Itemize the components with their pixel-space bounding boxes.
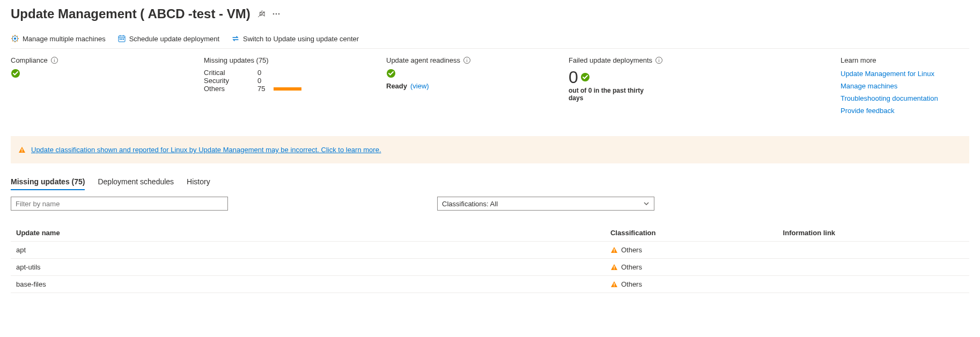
learn-link[interactable]: Update Management for Linux	[841, 70, 934, 78]
failed-value: 0	[569, 69, 578, 86]
warning-icon	[610, 246, 618, 254]
info-icon[interactable]: i	[463, 57, 470, 64]
svg-rect-25	[21, 151, 22, 152]
warning-icon	[610, 281, 618, 288]
banner-link[interactable]: Update classification shown and reported…	[31, 146, 381, 154]
missing-row-label: Security	[204, 77, 257, 85]
check-circle-icon	[580, 72, 590, 82]
switch-update-center-button[interactable]: Switch to Update using update center	[231, 34, 359, 43]
compliance-card: Compliance i	[11, 56, 182, 80]
svg-point-1	[272, 13, 274, 15]
summary-row: Compliance i Missing updates (75) Critic…	[11, 49, 969, 132]
classification-text: Others	[621, 280, 642, 288]
failed-subtext: out of 0 in the past thirty days	[569, 87, 654, 102]
svg-point-3	[278, 13, 279, 15]
check-circle-icon	[11, 69, 20, 78]
cell-info-link	[778, 276, 969, 293]
check-circle-icon	[386, 69, 396, 78]
missing-row-others: Others 75	[204, 85, 365, 93]
tabs: Missing updates (75) Deployment schedule…	[11, 174, 969, 190]
missing-row-bar	[274, 87, 301, 91]
learn-link[interactable]: Manage machines	[841, 82, 897, 90]
info-icon[interactable]: i	[51, 57, 58, 64]
svg-rect-27	[614, 251, 614, 252]
calendar-icon	[117, 34, 126, 43]
svg-line-12	[12, 41, 13, 42]
svg-rect-26	[614, 249, 614, 251]
classifications-label: Classifications: All	[442, 200, 498, 208]
col-classification[interactable]: Classification	[605, 224, 778, 242]
schedule-deployment-button[interactable]: Schedule update deployment	[117, 34, 219, 43]
svg-rect-28	[614, 266, 614, 268]
svg-line-11	[17, 41, 18, 42]
missing-row-value: 75	[257, 85, 274, 93]
svg-rect-24	[21, 148, 22, 151]
manage-multiple-label: Manage multiple machines	[23, 35, 106, 43]
missing-row-label: Critical	[204, 69, 257, 77]
classification-text: Others	[621, 263, 642, 271]
learn-link[interactable]: Troubleshooting documentation	[841, 94, 938, 102]
svg-point-2	[275, 13, 277, 15]
missing-row-critical: Critical 0	[204, 69, 365, 77]
info-icon[interactable]: i	[655, 57, 662, 64]
cell-update-name: base-files	[11, 276, 605, 293]
table-row[interactable]: apt-utils Others	[11, 259, 969, 276]
filter-row: Classifications: All	[11, 197, 969, 211]
gear-icon	[11, 34, 19, 43]
vm-id: ABCD	[148, 6, 185, 21]
tab-deployment-schedules[interactable]: Deployment schedules	[98, 174, 174, 190]
missing-row-label: Others	[204, 85, 257, 93]
readiness-view-link[interactable]: (view)	[410, 82, 429, 90]
table-row[interactable]: apt Others	[11, 242, 969, 259]
pin-icon[interactable]	[257, 10, 266, 18]
svg-rect-31	[614, 286, 614, 286]
cell-update-name: apt	[11, 242, 605, 259]
warning-icon	[18, 146, 26, 154]
updates-table: Update name Classification Information l…	[11, 224, 969, 293]
missing-updates-card: Missing updates (75) Critical 0 Security…	[204, 56, 365, 93]
classifications-select[interactable]: Classifications: All	[437, 197, 654, 211]
chevron-down-icon	[643, 200, 650, 207]
tab-history[interactable]: History	[187, 174, 210, 190]
filter-name-input[interactable]	[11, 197, 228, 211]
readiness-card: Update agent readiness i Ready (view)	[386, 56, 547, 90]
warning-icon	[610, 264, 618, 271]
failed-card: Failed update deployments i 0 out of 0 i…	[569, 56, 730, 102]
svg-point-5	[14, 38, 16, 40]
cell-info-link	[778, 259, 969, 276]
title-row: Update Management ( ABCD -test - VM)	[11, 6, 969, 21]
svg-line-13	[17, 36, 18, 37]
missing-updates-label: Missing updates (75)	[204, 56, 269, 64]
svg-rect-18	[120, 39, 121, 40]
table-header-row: Update name Classification Information l…	[11, 224, 969, 242]
svg-line-0	[258, 16, 260, 17]
swap-icon	[231, 34, 240, 43]
svg-line-10	[12, 36, 13, 37]
learn-link[interactable]: Provide feedback	[841, 107, 894, 115]
col-info-link[interactable]: Information link	[778, 224, 969, 242]
tab-missing-updates[interactable]: Missing updates (75)	[11, 174, 85, 190]
cell-classification: Others	[610, 246, 772, 254]
compliance-label: Compliance	[11, 56, 48, 64]
manage-multiple-button[interactable]: Manage multiple machines	[11, 34, 106, 43]
more-icon[interactable]	[272, 10, 281, 18]
classification-text: Others	[621, 246, 642, 254]
table-row[interactable]: base-files Others	[11, 276, 969, 293]
learn-more-card: Learn more Update Management for Linux M…	[841, 56, 969, 119]
schedule-deployment-label: Schedule update deployment	[129, 35, 219, 43]
col-update-name[interactable]: Update name	[11, 224, 605, 242]
missing-row-value: 0	[257, 77, 274, 85]
missing-updates-table: Critical 0 Security 0 Others 75	[204, 69, 365, 93]
toolbar: Manage multiple machines Schedule update…	[11, 32, 969, 49]
cell-info-link	[778, 242, 969, 259]
page-title: Update Management ( ABCD -test - VM)	[11, 6, 250, 21]
svg-rect-20	[123, 39, 124, 40]
readiness-label: Update agent readiness	[386, 56, 460, 64]
cell-update-name: apt-utils	[11, 259, 605, 276]
title-prefix: Update Management (	[11, 6, 144, 21]
missing-row-value: 0	[257, 69, 274, 77]
svg-rect-19	[121, 39, 122, 40]
cell-classification: Others	[610, 280, 772, 288]
missing-row-security: Security 0	[204, 77, 365, 85]
svg-rect-29	[614, 268, 614, 269]
